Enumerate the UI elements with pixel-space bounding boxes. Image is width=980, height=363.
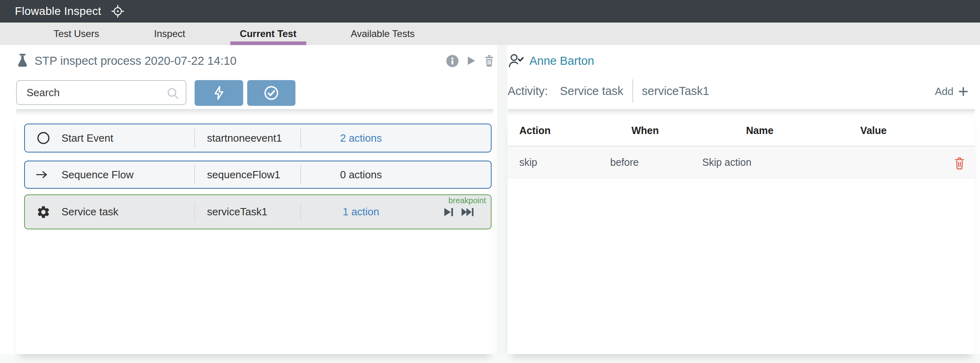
complete-button[interactable] — [247, 80, 295, 106]
activity-id: serviceTask1 — [642, 85, 709, 98]
element-row-service-task[interactable]: breakpoint Service task serviceTask1 1 a… — [24, 194, 492, 229]
content: STP inspect process 2020-07-22 14:10 — [0, 45, 980, 363]
column-divider — [194, 165, 195, 184]
element-type-label: Sequence Flow — [62, 161, 195, 188]
tab-inspect[interactable]: Inspect — [154, 23, 185, 45]
search-field — [16, 80, 187, 105]
play-button[interactable] — [465, 55, 477, 67]
actions-table-card: Action When Name Value skip before Skip … — [508, 116, 975, 354]
table-header-row: Action When Name Value — [508, 116, 975, 146]
sequence-flow-arrow-icon — [36, 169, 51, 180]
user-check-icon — [508, 53, 525, 69]
header-action: Action — [519, 116, 551, 146]
trash-icon — [483, 54, 495, 68]
column-divider — [194, 129, 195, 147]
activity-label: Activity: — [508, 85, 548, 98]
plus-icon — [958, 86, 969, 97]
header-value: Value — [860, 116, 886, 146]
skip-forward-icon — [442, 206, 455, 219]
column-divider — [300, 165, 301, 184]
element-row-sequence-flow[interactable]: Sequence Flow sequenceFlow1 0 actions — [24, 161, 492, 189]
trash-red-icon — [953, 156, 966, 170]
add-action-button[interactable]: Add — [935, 82, 969, 100]
element-list-card: Start Event startnoneevent1 2 actions — [16, 116, 494, 354]
left-scroll-shadow — [16, 109, 493, 115]
header-when: When — [631, 116, 659, 146]
panel-divider — [497, 45, 507, 354]
play-icon — [465, 55, 477, 67]
delete-action-button[interactable] — [953, 156, 966, 171]
element-type-label: Start Event — [62, 124, 195, 152]
element-row-start-event[interactable]: Start Event startnoneevent1 2 actions — [24, 124, 492, 153]
element-type-label: Service task — [62, 195, 195, 229]
info-icon — [446, 54, 459, 68]
page-background-strip — [0, 354, 980, 363]
cell-action: skip — [519, 146, 537, 178]
delete-test-button[interactable] — [483, 54, 495, 68]
check-circle-icon — [263, 85, 279, 101]
add-label: Add — [935, 85, 953, 98]
search-icon — [166, 87, 179, 100]
actions-count: 0 actions — [340, 169, 382, 181]
element-id: startnoneevent1 — [195, 124, 301, 152]
app-title: Flowable Inspect — [15, 5, 101, 18]
tab-test-users[interactable]: Test Users — [53, 23, 99, 45]
active-tab-indicator — [230, 41, 306, 45]
skip-to-end-icon — [460, 206, 475, 219]
cell-when: before — [610, 146, 639, 178]
cell-name: Skip action — [702, 146, 751, 178]
gear-icon — [36, 205, 51, 219]
actions-link[interactable]: 1 action — [342, 206, 379, 218]
tabbar: Test Users Inspect Current Test Availabl… — [0, 23, 980, 45]
header-name: Name — [746, 116, 773, 146]
skip-forward-button[interactable] — [442, 206, 455, 219]
user-name[interactable]: Anne Barton — [529, 54, 594, 68]
right-scroll-shadow — [508, 109, 975, 115]
execute-button[interactable] — [195, 80, 243, 106]
element-id: sequenceFlow1 — [195, 161, 301, 188]
column-divider — [300, 129, 301, 147]
info-button[interactable] — [446, 54, 459, 68]
table-row: skip before Skip action — [508, 146, 975, 178]
start-event-icon — [37, 132, 49, 144]
column-divider — [194, 203, 195, 221]
flask-icon — [16, 53, 29, 69]
column-divider — [300, 203, 301, 221]
process-title-row: STP inspect process 2020-07-22 14:10 — [16, 52, 236, 70]
activity-row: Activity: Service task serviceTask1 — [508, 78, 709, 103]
actions-link[interactable]: 2 actions — [340, 132, 382, 144]
flowable-inspect-app: Flowable Inspect Test Users Inspect Curr… — [0, 0, 980, 363]
lightning-icon — [211, 85, 227, 101]
skip-to-end-button[interactable] — [460, 206, 475, 219]
activity-divider — [632, 79, 633, 103]
activity-type: Service task — [560, 85, 623, 98]
process-title: STP inspect process 2020-07-22 14:10 — [35, 54, 236, 68]
test-user-link[interactable]: Anne Barton — [508, 52, 594, 70]
topbar: Flowable Inspect — [0, 0, 980, 23]
crosshair-icon — [111, 4, 125, 18]
tab-available-tests[interactable]: Available Tests — [351, 23, 414, 45]
process-toolbar — [446, 53, 495, 69]
element-id: serviceTask1 — [195, 195, 301, 229]
search-input[interactable] — [17, 81, 186, 104]
